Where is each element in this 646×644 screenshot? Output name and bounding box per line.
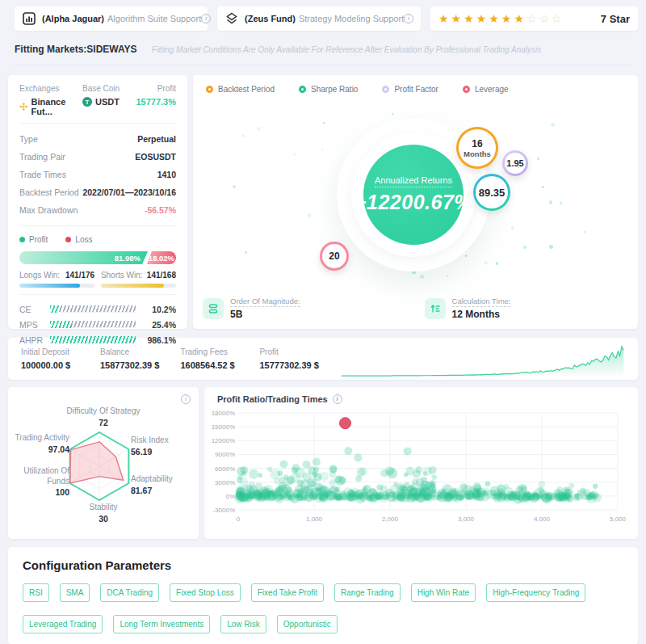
svg-text:0: 0 [237,516,241,523]
legend-ring-icon [463,86,470,93]
legend-ring-icon [382,86,389,93]
star-icon: ★ [476,13,487,24]
detail-row: Trading PairEOSUSDT [19,148,176,166]
top-bar: (Alpha Jaguar) Algorithm Suite Support i… [0,0,646,31]
detail-row: Trade Times1410 [19,166,176,183]
deco-dot [537,158,539,160]
star-icon: ★ [501,13,512,24]
profit-dot-icon [19,237,25,242]
calc-time-value: 12 Months [452,309,511,320]
config-tag[interactable]: DCA Trading [100,583,159,602]
strip-stats: Initial Deposit100000.00 $Balance1587730… [21,347,340,370]
tab-alpha-jaguar[interactable]: (Alpha Jaguar) Algorithm Suite Support i [15,6,208,31]
kpi-bubble: 1.95 [502,150,528,176]
star-icon: ★ [464,13,474,24]
star-icon: ★ [489,13,499,24]
config-tag[interactable]: SMA [60,583,90,602]
metric-rows: CE10.2%MPS25.4%AHPR986.1% [19,301,176,347]
config-tag[interactable]: RSI [23,583,49,602]
profit-field: Profit 15777.3% [132,84,176,116]
svg-text:12000%: 12000% [212,437,235,444]
config-tag[interactable]: Fixed Take Profit [251,583,324,602]
scatter-chart: 18000%15000%12000%9000%6000%3000%0%-3000… [211,406,631,536]
svg-text:5,000: 5,000 [610,516,627,523]
config-tag[interactable]: Range Trading [334,583,401,602]
config-tag[interactable]: Fixed Stop Loss [170,583,241,602]
deco-dot [257,127,260,130]
bottom-row: i Difficulty Of Strategy72Risk Index56.1… [0,380,646,539]
gauge-footer: Order Of Magnitude: 5B Calculation Time:… [203,297,628,320]
info-icon[interactable]: i [404,14,413,23]
strip-stat: Initial Deposit100000.00 $ [21,347,79,370]
deco-dot [241,134,245,137]
deco-dot [551,123,555,127]
scatter-title: Profit Ratio/Trading Times [217,394,328,404]
deco-dot [420,275,424,279]
scatter-title-row: Profit Ratio/Trading Times i [217,394,342,404]
config-tag[interactable]: Low Risk [220,615,266,633]
base-coin-label: Base Coin [82,84,132,93]
detail-row: Backtest Period2022/07/01—2023/10/16 [19,183,176,201]
config-tag[interactable]: Leveraged Trading [23,615,103,633]
legend-profit: Profit [19,235,48,244]
profit-loss-legend: Profit Loss [19,233,176,246]
star-rating-card: ★★★★★★★☆☆☆ 7 Star [430,6,638,31]
strip-stat: Trading Fees1608564.52 $ [180,347,238,370]
info-icon[interactable]: i [333,394,342,404]
radar-axis-label: Trading Activity97.04 [0,433,69,455]
shorts-win: Shorts Win:141/168 [101,271,176,288]
scatter-panel: Profit Ratio/Trading Times i 18000%15000… [204,387,638,539]
legend-ring-icon [206,86,213,93]
detail-row: TypePerpetual [19,130,176,148]
strip-stat: Balance15877302.39 $ [100,347,159,370]
magnitude-icon [203,298,224,319]
svg-text:18000%: 18000% [212,410,235,417]
loss-dot-icon [65,237,71,242]
legend-loss: Loss [65,235,92,244]
annualized-returns-gauge: Annualized Returns +12200.67% [363,145,464,245]
svg-text:3000%: 3000% [215,479,235,486]
config-tag[interactable]: Opportunistic [277,615,338,633]
config-tag[interactable]: High Win Rate [411,583,476,602]
bar-chart-icon [23,12,36,25]
detail-row: Max Drawdown-56.57% [19,201,176,219]
tab-title-bold: (Zeus Fund) [245,14,296,23]
kpi-bubble: 89.35 [473,174,510,211]
tab-title-bold: (Alpha Jaguar) [42,14,104,23]
svg-text:9000%: 9000% [215,451,235,458]
loss-bar-segment: 18.02% [147,251,176,264]
kpi-bubble: 20 [320,242,349,271]
calc-time-label: Calculation Time: [452,297,511,307]
svg-text:3,000: 3,000 [458,516,475,523]
base-coin-field: Base Coin T USDT [82,84,132,116]
svg-text:2,000: 2,000 [382,516,399,523]
balance-sparkline [340,343,625,378]
exchanges-field: Exchanges Binance Fut... [19,84,82,116]
gauge-legend-item[interactable]: Backtest Period [206,85,275,94]
radar-panel: i Difficulty Of Strategy72Risk Index56.1… [8,387,199,539]
configuration-parameters-panel: Configuration Parameters RSISMADCA Tradi… [8,547,638,644]
summary-top-row: Exchanges Binance Fut... Base Coin [19,84,176,116]
configuration-tags: RSISMADCA TradingFixed Stop LossFixed Ta… [23,583,623,633]
magnitude-label: Order Of Magnitude: [230,297,300,307]
gauge-legend-item[interactable]: Leverage [463,85,509,94]
binance-icon [19,102,28,112]
gauge-legend-item[interactable]: Profit Factor [382,85,438,94]
deco-dot [584,231,585,233]
gauge-legend-item[interactable]: Sharpe Ratio [299,85,358,94]
config-tag[interactable]: Long Term Investments [113,615,210,633]
longs-win: Longs Win:141/176 [19,271,94,288]
kpi-bubble: 16Months [456,127,498,169]
tab-zeus-fund[interactable]: (Zeus Fund) Strategy Modeling Support i [217,6,421,31]
star-icon: ☆ [552,13,562,24]
svg-text:T: T [86,99,90,106]
info-icon[interactable]: i [201,14,211,23]
longs-shorts-row: Longs Win:141/176 Shorts Win:141/168 [19,271,176,288]
deco-dot [560,202,562,204]
profit-loss-bar: 81.98% 18.02% [19,251,176,264]
exchanges-label: Exchanges [19,84,82,93]
profit-bar-segment: 81.98% [19,251,148,264]
config-tag[interactable]: High-Frequency Trading [486,583,585,602]
svg-text:-3000%: -3000% [212,507,235,514]
calculation-time: Calculation Time: 12 Months [425,297,511,320]
